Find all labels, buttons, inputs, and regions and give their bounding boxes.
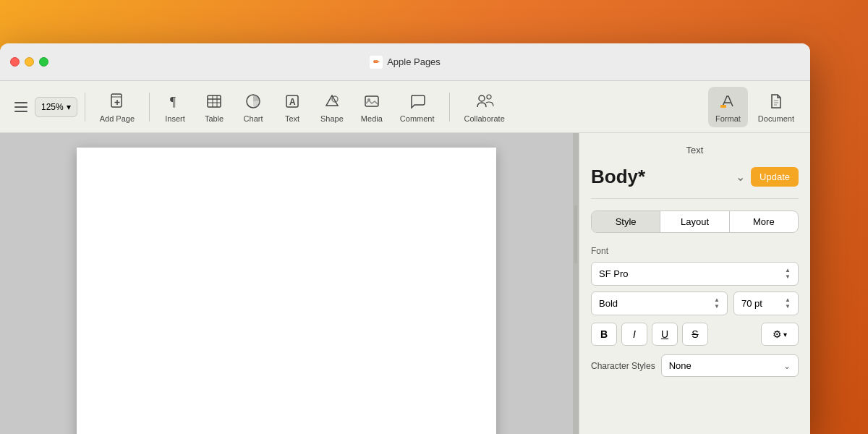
format-label: Format: [715, 114, 741, 123]
character-styles-value: None: [669, 360, 692, 371]
collaborate-button[interactable]: Collaborate: [457, 87, 512, 127]
strikethrough-button[interactable]: S: [682, 323, 708, 346]
character-styles-select[interactable]: None ⌄: [661, 354, 799, 377]
font-size-up-arrow: ▲: [785, 297, 791, 303]
add-page-icon: [107, 91, 127, 111]
gear-icon: ⚙: [773, 328, 782, 340]
svg-rect-0: [111, 94, 122, 107]
format-buttons-row: B I U S ⚙ ▾: [591, 323, 799, 346]
svg-text:A: A: [289, 97, 296, 107]
font-family-select[interactable]: SF Pro ▲ ▼: [591, 262, 799, 286]
bold-button[interactable]: B: [591, 323, 617, 346]
text-icon: A: [282, 91, 302, 111]
maximize-button[interactable]: [39, 57, 48, 67]
toggle-line: [14, 106, 27, 108]
italic-button[interactable]: I: [621, 323, 647, 346]
font-family-up-arrow: ▲: [785, 268, 791, 273]
insert-label: Insert: [165, 114, 185, 123]
more-format-button[interactable]: ⚙ ▾: [761, 323, 799, 346]
tab-layout[interactable]: Layout: [660, 211, 729, 232]
toolbar: 125% ▾ Add Page ¶: [0, 81, 810, 133]
character-styles-row: Character Styles None ⌄: [591, 354, 799, 377]
shape-label: Shape: [320, 114, 344, 123]
right-panel: Text Body* ⌄ Update Style Layout More Fo…: [579, 133, 810, 434]
insert-button[interactable]: ¶ Insert: [157, 87, 193, 127]
app-window: ✏ Apple Pages 125% ▾: [0, 43, 810, 434]
chart-button[interactable]: Chart: [235, 87, 271, 127]
font-size-down-arrow: ▼: [785, 304, 791, 310]
document-label: Document: [758, 114, 794, 123]
toggle-line: [14, 102, 27, 103]
tab-more[interactable]: More: [730, 211, 798, 232]
font-family-arrows[interactable]: ▲ ▼: [785, 268, 791, 280]
svg-text:¶: ¶: [170, 95, 176, 109]
underline-button[interactable]: U: [652, 323, 678, 346]
add-page-label: Add Page: [100, 114, 135, 123]
close-button[interactable]: [10, 57, 20, 67]
chart-icon: [243, 91, 263, 111]
font-size-control[interactable]: 70 pt ▲ ▼: [733, 292, 799, 315]
toolbar-separator-2: [149, 93, 150, 122]
table-button[interactable]: Table: [196, 87, 232, 127]
add-page-button[interactable]: Add Page: [93, 87, 142, 127]
update-button[interactable]: Update: [751, 167, 799, 187]
comment-label: Comment: [400, 114, 435, 123]
font-family-value: SF Pro: [599, 268, 628, 279]
svg-rect-14: [365, 96, 378, 106]
comment-icon: [407, 91, 427, 111]
svg-rect-19: [720, 105, 726, 108]
zoom-control[interactable]: 125% ▾: [35, 97, 77, 117]
collaborate-icon: [475, 91, 495, 111]
zoom-value: 125%: [41, 102, 64, 112]
format-button[interactable]: Format: [708, 87, 748, 127]
comment-button[interactable]: Comment: [393, 87, 442, 127]
font-style-select[interactable]: Bold ▲ ▼: [591, 292, 728, 315]
canvas-area: [0, 133, 573, 434]
toolbar-separator-3: [449, 93, 450, 122]
traffic-lights: [10, 57, 48, 67]
document-button[interactable]: Document: [751, 87, 801, 127]
toolbar-left-group: 125% ▾: [9, 97, 77, 117]
scroll-divider: [573, 133, 579, 434]
character-styles-chevron-icon: ⌄: [783, 361, 791, 371]
style-row: Body* ⌄ Update: [591, 166, 799, 199]
font-style-down-arrow: ▼: [714, 304, 720, 310]
svg-rect-5: [208, 95, 221, 107]
font-style-size-row: Bold ▲ ▼ 70 pt ▲ ▼: [591, 292, 799, 315]
sub-tabs: Style Layout More: [591, 210, 799, 233]
media-button[interactable]: Media: [354, 87, 390, 127]
panel-content: Text Body* ⌄ Update Style Layout More Fo…: [579, 133, 810, 434]
window-title: Apple Pages: [387, 56, 441, 67]
text-button[interactable]: A Text: [274, 87, 310, 127]
font-style-arrows[interactable]: ▲ ▼: [714, 297, 720, 310]
font-size-value: 70 pt: [741, 298, 762, 309]
document-icon: [766, 91, 786, 111]
window-title-area: ✏ Apple Pages: [370, 56, 441, 69]
collaborate-label: Collaborate: [464, 114, 505, 123]
document-page: [77, 148, 496, 434]
sidebar-toggle-button[interactable]: [9, 98, 33, 116]
pages-app-icon: ✏: [370, 56, 383, 69]
toolbar-separator: [85, 93, 85, 122]
titlebar: ✏ Apple Pages: [0, 43, 810, 81]
character-styles-label: Character Styles: [591, 361, 655, 371]
font-style-up-arrow: ▲: [714, 297, 720, 303]
main-area: Text Body* ⌄ Update Style Layout More Fo…: [0, 133, 810, 434]
zoom-chevron-icon: ▾: [67, 102, 71, 112]
insert-icon: ¶: [165, 91, 185, 111]
tab-style[interactable]: Style: [592, 211, 660, 232]
shape-icon: [322, 91, 342, 111]
style-chevron-icon[interactable]: ⌄: [736, 170, 745, 184]
minimize-button[interactable]: [25, 57, 34, 67]
font-family-down-arrow: ▼: [785, 274, 791, 280]
gear-chevron-icon: ▾: [783, 331, 787, 339]
shape-button[interactable]: Shape: [313, 87, 351, 127]
table-label: Table: [205, 114, 224, 123]
scrollbar-thumb[interactable]: [574, 205, 577, 263]
font-size-arrows[interactable]: ▲ ▼: [785, 297, 791, 310]
panel-section-title: Text: [591, 145, 799, 156]
text-label: Text: [285, 114, 299, 123]
toggle-line: [14, 111, 27, 112]
media-icon: [362, 91, 382, 111]
table-icon: [204, 91, 224, 111]
